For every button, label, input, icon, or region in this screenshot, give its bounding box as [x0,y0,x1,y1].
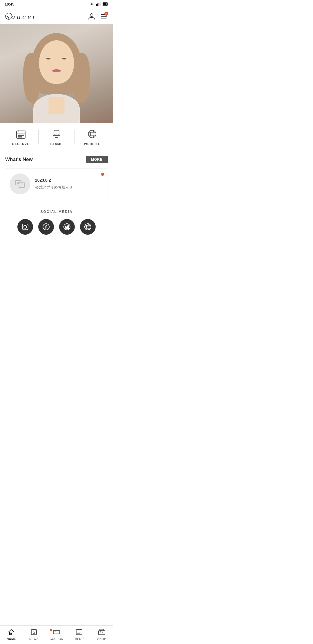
social-media-section: SOCIAL MEDIA [0,204,113,240]
svg-rect-5 [108,3,108,5]
svg-point-34 [24,225,27,228]
more-button[interactable]: MORE [86,156,108,163]
svg-rect-20 [18,136,20,138]
svg-text:saucer: saucer [7,12,37,21]
profile-button[interactable] [88,12,96,20]
svg-rect-12 [101,18,107,19]
svg-rect-2 [99,3,99,6]
svg-rect-21 [20,136,22,138]
website-label: WEBSITE [84,142,101,146]
svg-rect-19 [22,135,24,136]
stamp-button[interactable]: STAMP [39,128,74,146]
status-icons: 3G [90,2,108,6]
social-web-button[interactable] [80,219,96,235]
hero-banner [0,24,113,123]
reserve-button[interactable]: RESERVE [3,128,39,146]
svg-rect-1 [97,3,98,6]
svg-rect-6 [103,3,107,5]
svg-rect-17 [18,135,20,136]
instagram-button[interactable] [17,219,33,235]
svg-rect-11 [101,16,107,17]
twitter-button[interactable] [59,219,75,235]
svg-rect-3 [100,2,101,6]
status-time: 10:45 [5,2,14,6]
news-content: 2023.8.2 公式アプリのお知らせ [35,178,103,190]
battery-icon [103,2,108,6]
svg-point-9 [90,14,93,17]
app-logo: saucer [5,11,57,21]
network-indicator: 3G [90,2,94,6]
notification-badge: N [104,12,108,16]
news-date: 2023.8.2 [35,178,103,182]
svg-point-35 [27,225,28,226]
facebook-button[interactable] [38,219,54,235]
app-header: saucer N [0,8,113,24]
svg-marker-32 [16,182,20,184]
svg-rect-0 [96,4,97,6]
news-thumbnail [10,173,30,194]
header-right: N [88,12,108,20]
svg-rect-22 [54,130,59,135]
svg-rect-23 [53,135,60,136]
news-description: 公式アプリのお知らせ [35,185,103,190]
social-icons-row [5,219,108,235]
status-bar: 10:45 3G [0,0,113,8]
news-card[interactable]: 2023.8.2 公式アプリのお知らせ [5,169,108,199]
website-icon [86,128,98,140]
action-row: RESERVE STAMP WEBSITE [0,123,113,151]
reserve-icon [15,128,27,140]
news-unread-badge [101,173,104,176]
signal-icon [96,2,101,6]
website-button[interactable]: WEBSITE [74,128,110,146]
svg-rect-24 [55,137,58,138]
stamp-label: STAMP [50,142,63,146]
whats-new-header: What's New MORE [0,151,113,166]
menu-button[interactable]: N [100,12,108,20]
stamp-icon [51,128,62,140]
reserve-label: RESERVE [12,142,29,146]
news-thumb-icon [14,179,26,189]
svg-rect-18 [20,135,22,136]
whats-new-title: What's New [5,157,33,162]
social-title: SOCIAL MEDIA [5,210,108,214]
